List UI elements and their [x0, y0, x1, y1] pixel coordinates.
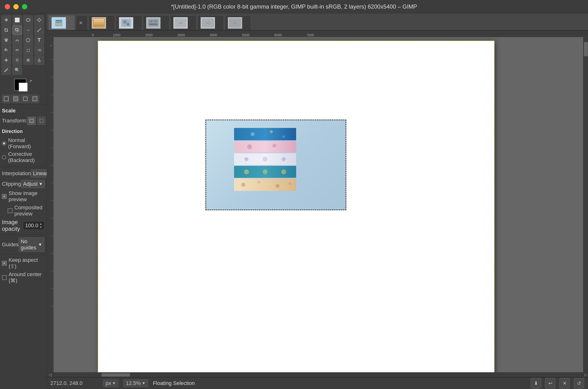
around-center-item[interactable]: Around center (⌘) — [2, 270, 44, 285]
pencil-tool[interactable]: ✏ — [12, 45, 22, 55]
show-preview-item[interactable]: Show image preview — [2, 189, 44, 204]
tab-2[interactable] — [89, 15, 115, 30]
fuzzy-select-tool[interactable] — [35, 15, 44, 25]
keep-aspect-item[interactable]: Keep aspect (⇧) — [2, 256, 44, 270]
save-icon: ⬇ — [534, 380, 538, 386]
spinner-up-icon[interactable]: ▲ — [39, 222, 42, 226]
channel-icon[interactable] — [21, 95, 30, 103]
tab-active[interactable] — [48, 15, 75, 30]
scrollbar-horizontal[interactable]: ◁ ▷ — [47, 372, 588, 377]
image-opacity-field[interactable]: 100.0 ▲ ▼ — [23, 221, 44, 230]
dodge-tool[interactable] — [35, 55, 44, 65]
direction-corrective-item[interactable]: Corrective (Backward) — [2, 150, 44, 164]
spinner-down-icon[interactable]: ▼ — [39, 226, 42, 229]
svg-rect-33 — [94, 19, 104, 21]
close-button[interactable] — [5, 4, 10, 9]
eraser-tool[interactable]: ◻ — [23, 45, 33, 55]
zoom-value: 12.5% — [126, 380, 141, 386]
tab-6[interactable]: img — [198, 15, 224, 30]
heal-tool[interactable] — [1, 55, 11, 65]
scrollbar-v-thumb[interactable] — [584, 42, 588, 56]
blur-tool[interactable] — [23, 55, 33, 65]
direction-section-title: Direction — [2, 127, 44, 135]
tab-thumbnail-5: img — [173, 17, 188, 29]
close-tab-icon[interactable]: ✕ — [79, 20, 83, 26]
composited-preview-checkbox[interactable] — [8, 208, 12, 213]
window-controls[interactable] — [5, 4, 27, 9]
scroll-nav-right[interactable]: ▷ — [583, 373, 588, 377]
direction-normal-radio[interactable] — [2, 141, 6, 146]
tab-3[interactable] — [116, 15, 142, 30]
tab-7[interactable]: img — [225, 15, 251, 30]
svg-point-40 — [127, 23, 130, 26]
around-center-checkbox[interactable] — [2, 275, 7, 280]
bucket-fill-tool[interactable] — [1, 45, 11, 55]
save-button[interactable]: ⬇ — [531, 378, 541, 389]
guides-dropdown[interactable]: No guides ▼ — [19, 237, 44, 252]
tab-close-btn[interactable]: ✕ — [76, 15, 88, 30]
zoom-tool[interactable]: 🔍 — [12, 65, 22, 75]
minimize-button[interactable] — [13, 4, 19, 9]
cage-tool[interactable] — [23, 35, 33, 45]
tab-thumbnail-6: img — [201, 17, 215, 29]
svg-text:img: img — [179, 22, 182, 24]
color-swatch-area[interactable]: ↗ — [14, 77, 33, 94]
undo-icon: ↩ — [548, 380, 553, 386]
svg-rect-44 — [154, 20, 158, 22]
transform-layer-btn[interactable] — [27, 116, 36, 125]
move-tool[interactable]: ✥ — [1, 15, 11, 25]
zoom-selector[interactable]: 12.5% ▼ — [123, 380, 148, 387]
background-color[interactable] — [19, 83, 28, 92]
canvas-content[interactable] — [54, 37, 583, 372]
path-tool[interactable] — [12, 35, 22, 45]
direction-corrective-radio[interactable] — [2, 155, 6, 160]
main-layout: ✥ ⬜ ↔ — [0, 13, 588, 389]
redo-button[interactable]: ↺ — [574, 378, 584, 389]
scroll-right-icon: ▷ — [585, 373, 587, 377]
flip-tool[interactable]: ↔ — [23, 25, 33, 35]
tool-mode-row — [0, 94, 46, 104]
unit-selector[interactable]: px ▼ — [103, 380, 118, 387]
svg-point-12 — [28, 60, 29, 61]
scrollbar-h-track — [54, 373, 583, 377]
maximize-button[interactable] — [22, 4, 27, 9]
svg-rect-22 — [40, 119, 43, 122]
svg-point-0 — [26, 19, 30, 22]
image-opacity-spinner[interactable]: ▲ ▼ — [39, 222, 42, 229]
rect-select-tool[interactable]: ⬜ — [12, 15, 22, 25]
tab-5[interactable]: img — [170, 15, 197, 30]
show-preview-checkbox[interactable] — [2, 194, 7, 199]
scrollbar-h-thumb[interactable] — [102, 373, 130, 377]
crop-tool[interactable] — [1, 25, 11, 35]
swap-colors-icon[interactable]: ↗ — [29, 79, 32, 83]
cancel-button[interactable]: ✕ — [559, 378, 570, 389]
color-pick-tool[interactable] — [1, 65, 11, 75]
quick-mask-icon[interactable] — [11, 95, 20, 103]
align-tool[interactable] — [1, 35, 11, 45]
transform-selection-btn[interactable] — [37, 116, 46, 125]
text-tool[interactable]: T — [35, 35, 44, 45]
scale-tool[interactable] — [12, 25, 22, 35]
image-opacity-row: Image opacity 100.0 ▲ ▼ — [2, 218, 44, 233]
tab-4[interactable] — [143, 15, 169, 30]
clone-tool[interactable]: ⎘ — [12, 55, 22, 65]
airbrush-tool[interactable] — [35, 45, 44, 55]
tab-thumbnail-7: img — [228, 17, 242, 29]
scrollbar-vertical[interactable] — [583, 37, 588, 372]
measure-tool[interactable] — [35, 25, 44, 35]
interpolation-label: Interpolation — [2, 170, 31, 177]
tab-thumbnail-1 — [52, 17, 66, 29]
svg-point-18 — [14, 97, 17, 100]
redo-icon: ↺ — [577, 380, 581, 386]
selection-area — [206, 120, 346, 210]
clipping-dropdown[interactable]: Adjust ▼ — [21, 180, 45, 188]
keep-aspect-checkbox[interactable] — [2, 261, 7, 266]
composited-preview-item[interactable]: Composited preview — [2, 204, 44, 218]
undo-button[interactable]: ↩ — [545, 378, 555, 389]
direction-normal-item[interactable]: Normal (Forward) — [2, 136, 44, 150]
guides-label: Guides — [2, 242, 19, 248]
new-image-icon[interactable] — [2, 95, 10, 103]
lasso-tool[interactable] — [23, 15, 33, 25]
scroll-nav-icon[interactable]: ◁ — [47, 373, 54, 377]
screen-mode-icon[interactable] — [31, 95, 39, 103]
